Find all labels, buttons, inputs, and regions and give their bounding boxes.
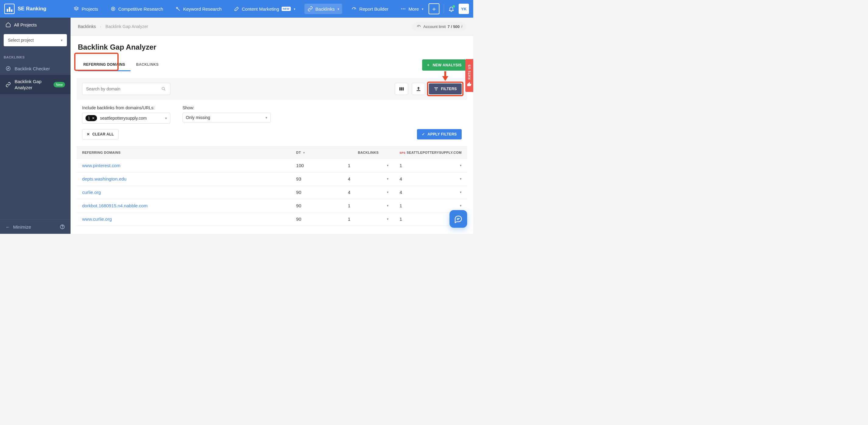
info-icon[interactable]: i	[461, 24, 462, 29]
avatar-initials: YK	[461, 7, 467, 11]
col-dt[interactable]: DT▾	[291, 146, 342, 159]
search-icon	[161, 86, 166, 92]
tabs-row: REFERRING DOMAINS BACKLINKS ＋ NEW ANALYS…	[78, 59, 466, 71]
domain-chip[interactable]: 1 ✕	[86, 115, 97, 121]
tab-backlinks[interactable]: BACKLINKS	[130, 59, 164, 71]
link-icon	[5, 82, 11, 87]
sidebar-item-label: Backlink Gap Analyzer	[14, 79, 45, 90]
search-input-wrap[interactable]	[82, 83, 170, 95]
domain-link[interactable]: www.curlie.org	[82, 217, 112, 222]
filters-button[interactable]: FILTERS	[429, 83, 462, 94]
chevron-down-icon: ▾	[422, 7, 423, 11]
nav-label: Keyword Research	[183, 6, 222, 11]
select-project-dropdown[interactable]: Select project ▾	[4, 34, 67, 46]
table-row: www.curlie.org901▾1▾	[76, 213, 467, 226]
new-badge: New	[54, 82, 65, 87]
tab-referring-domains[interactable]: REFERRING DOMAINS	[78, 59, 130, 71]
cell-backlinks[interactable]: 4▾	[342, 172, 394, 186]
include-select[interactable]: 1 ✕ seattlepotterysupply.com ▾	[82, 113, 170, 123]
divider	[444, 4, 444, 13]
columns-button[interactable]	[395, 83, 408, 95]
plus-icon: ＋	[426, 62, 430, 67]
chevron-down-icon: ▾	[387, 217, 389, 221]
cell-target[interactable]: 4▾	[394, 172, 467, 186]
filters-label: FILTERS	[441, 87, 457, 91]
add-button[interactable]: ＋	[429, 3, 439, 14]
svg-point-14	[162, 87, 164, 90]
svg-line-13	[418, 26, 419, 27]
compass-icon	[5, 66, 11, 71]
cell-domain: depts.washington.edu	[76, 172, 291, 186]
show-value: Only missing	[186, 115, 262, 120]
nav-competitive[interactable]: Competitive Research	[107, 4, 166, 14]
tabs: REFERRING DOMAINS BACKLINKS	[78, 59, 164, 71]
close-icon[interactable]: ✕	[92, 116, 95, 120]
chevron-down-icon: ▾	[460, 164, 462, 167]
breadcrumb: Backlinks › Backlink Gap Analyzer	[78, 24, 148, 29]
new-analysis-button[interactable]: ＋ NEW ANALYSIS	[422, 59, 466, 70]
cell-target[interactable]: 4▾	[394, 186, 467, 199]
cell-backlinks[interactable]: 1▾	[342, 159, 394, 172]
notifications-button[interactable]	[448, 6, 454, 12]
brand[interactable]: SE Ranking	[4, 4, 46, 14]
chevron-down-icon: ▾	[266, 116, 267, 120]
nav-content-marketing[interactable]: Content Marketing NEW ▾	[231, 4, 298, 14]
svg-rect-19	[417, 90, 420, 91]
apply-filters-button[interactable]: ✓ APPLY FILTERS	[417, 129, 462, 139]
export-button[interactable]	[412, 83, 425, 95]
chat-button[interactable]	[450, 210, 467, 228]
help-icon[interactable]	[60, 224, 65, 230]
cell-backlinks[interactable]: 4▾	[342, 186, 394, 199]
clear-all-button[interactable]: ✕ CLEAR ALL	[82, 129, 119, 139]
chevron-down-icon: ▾	[460, 190, 462, 194]
breadcrumb-current: Backlink Gap Analyzer	[105, 24, 148, 29]
chevron-down-icon: ▾	[460, 204, 462, 208]
sidebar-heading: BACKLINKS	[0, 52, 70, 62]
search-input[interactable]	[86, 86, 161, 91]
home-icon	[5, 22, 11, 27]
cell-backlinks[interactable]: 1▾	[342, 213, 394, 226]
cell-dt: 93	[291, 172, 342, 186]
nav-keyword[interactable]: Keyword Research	[172, 4, 225, 14]
top-nav: SE Ranking Projects Competitive Research…	[0, 0, 473, 18]
col-backlinks[interactable]: BACKLINKS	[342, 146, 394, 159]
check-icon: ✓	[422, 132, 425, 136]
table-row: curlie.org904▾4▾	[76, 186, 467, 199]
chevron-down-icon: ▾	[61, 38, 63, 42]
nav-more[interactable]: More ▾	[398, 4, 426, 14]
avatar[interactable]: YK	[459, 4, 469, 14]
notification-dot	[453, 5, 455, 8]
cell-backlinks[interactable]: 1▾	[342, 199, 394, 213]
show-select[interactable]: Only missing ▾	[183, 113, 271, 122]
clear-label: CLEAR ALL	[92, 132, 114, 136]
sidebar-all-projects[interactable]: All Projects	[0, 18, 70, 32]
breadcrumb-root[interactable]: Backlinks	[78, 24, 96, 29]
nav-backlinks[interactable]: Backlinks ▾	[304, 4, 342, 14]
domain-link[interactable]: depts.washington.edu	[82, 176, 126, 181]
gauge-icon	[416, 24, 422, 29]
sidebar-item-backlink-checker[interactable]: Backlink Checker	[0, 62, 70, 75]
account-limit-badge: Account limit 7 / 500 i	[412, 22, 466, 31]
rate-us-tab[interactable]: RATE US	[465, 59, 473, 92]
sidebar-nav: Backlink Checker Backlink Gap Analyzer N…	[0, 62, 70, 94]
col-target[interactable]: SPSSEATTLEPOTTERYSUPPLY.COM	[394, 146, 467, 159]
sidebar-item-backlink-gap[interactable]: Backlink Gap Analyzer New	[0, 75, 70, 94]
breadcrumb-separator: ›	[100, 25, 101, 28]
chevron-down-icon: ▾	[387, 190, 389, 194]
minimize-button[interactable]: ← Minimize	[5, 224, 31, 230]
nav-right: ＋ YK	[429, 3, 469, 14]
svg-point-2	[112, 8, 114, 10]
nav-projects[interactable]: Projects	[70, 4, 101, 14]
domain-link[interactable]: dorkbot.1680915.n4.nabble.com	[82, 203, 148, 208]
nav-report-builder[interactable]: Report Builder	[348, 4, 392, 14]
domain-link[interactable]: www.pinterest.com	[82, 163, 120, 168]
sort-icon: ▾	[303, 151, 305, 154]
nav-label: Backlinks	[315, 6, 335, 11]
target-icon	[111, 6, 116, 11]
col-referring[interactable]: REFERRING DOMAINS	[76, 146, 291, 159]
cell-domain: www.pinterest.com	[76, 159, 291, 172]
table-row: dorkbot.1680915.n4.nabble.com901▾1▾	[76, 199, 467, 213]
cell-target[interactable]: 1▾	[394, 159, 467, 172]
toolbar: FILTERS	[76, 78, 467, 100]
domain-link[interactable]: curlie.org	[82, 190, 101, 195]
